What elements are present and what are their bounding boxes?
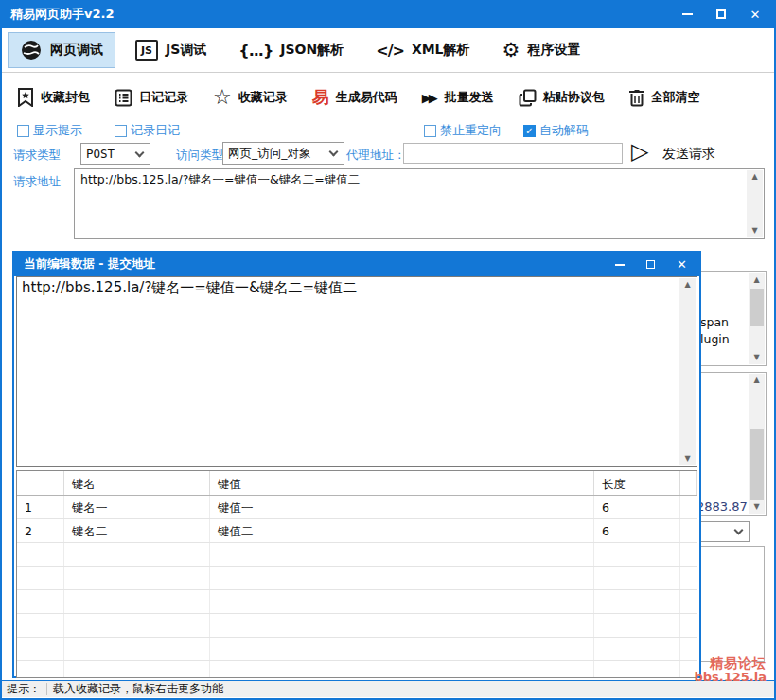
tab-label: JS调试: [166, 42, 206, 59]
table-empty-row: [17, 638, 697, 661]
gear-icon: ⚙: [503, 41, 520, 61]
request-url-label: 请求地址: [13, 174, 61, 190]
checkbox-icon: [424, 125, 436, 137]
bookmark-star-icon: [17, 88, 34, 107]
request-type-label: 请求类型: [13, 148, 61, 164]
dialog-close-button[interactable]: ✕: [666, 253, 697, 276]
tool-label: 批量发送: [445, 89, 494, 106]
diary-log-button[interactable]: 日记记录: [115, 89, 188, 107]
cell-index: 2: [17, 519, 64, 542]
tab-settings[interactable]: ⚙ 程序设置: [490, 32, 593, 68]
scrollbar[interactable]: ▲ ▼: [679, 278, 696, 465]
option-label: 显示提示: [33, 122, 82, 139]
scroll-down-icon[interactable]: ▼: [751, 224, 757, 237]
partial-text-line: span: [700, 315, 729, 329]
tab-label: 网页调试: [50, 42, 103, 59]
list-icon: [115, 89, 132, 107]
xml-code-icon: </>: [376, 42, 404, 60]
table-empty-row: [17, 614, 697, 638]
toolbar: 收藏封包 日记记录 ☆ 收藏记录 易 生成易代码 ▶▶ 批量发送 粘贴协议包 全…: [2, 76, 774, 119]
scroll-thumb[interactable]: [750, 429, 764, 500]
close-button[interactable]: ✕: [738, 0, 772, 28]
table-empty-row: [17, 543, 697, 567]
show-tip-checkbox[interactable]: 显示提示: [17, 122, 82, 139]
tab-xml-parse[interactable]: </> XML解析: [363, 32, 482, 68]
table-row[interactable]: 2 键名二 键值二 6: [17, 519, 697, 543]
tab-label: XML解析: [412, 42, 470, 59]
minimize-button[interactable]: [670, 0, 704, 28]
cell-key-name: 键名一: [64, 496, 210, 518]
double-play-icon: ▶▶: [422, 91, 438, 105]
tab-label: JSON解析: [280, 42, 344, 59]
status-label: 提示：: [2, 681, 46, 697]
option-label: 自动解码: [539, 122, 589, 139]
auto-decode-checkbox[interactable]: ✓ 自动解码: [523, 122, 589, 139]
cell-length: 6: [594, 519, 680, 542]
scroll-up-icon[interactable]: ▲: [753, 374, 759, 387]
no-redirect-checkbox[interactable]: 禁止重定向: [424, 122, 502, 139]
scroll-thumb[interactable]: [750, 289, 764, 326]
send-play-icon[interactable]: ▷: [631, 140, 648, 163]
checkbox-checked-icon: ✓: [523, 125, 536, 137]
scroll-down-icon[interactable]: ▼: [753, 351, 759, 364]
cell-key-value: 键值一: [210, 496, 594, 518]
favorite-packet-button[interactable]: 收藏封包: [17, 88, 90, 107]
dialog-url-textarea[interactable]: http://bbs.125.la/?键名一=键值一&键名二=键值二 ▲ ▼: [16, 276, 697, 467]
tab-web-debug[interactable]: 网页调试: [8, 32, 115, 68]
tool-label: 生成易代码: [336, 89, 397, 106]
header-length: 长度: [594, 471, 680, 495]
scroll-down-icon[interactable]: ▼: [753, 500, 759, 514]
minimize-icon: [615, 264, 625, 266]
cell-key-name: 键名二: [64, 519, 210, 542]
send-request-button[interactable]: 发送请求: [662, 146, 715, 163]
js-icon: JS: [135, 40, 158, 61]
batch-send-button[interactable]: ▶▶ 批量发送: [422, 89, 494, 106]
watermark-line2: bbs.125.la: [694, 671, 767, 684]
scrollbar[interactable]: ▲ ▼: [749, 273, 765, 364]
scroll-up-icon[interactable]: ▲: [751, 170, 757, 184]
tab-json-parse[interactable]: {...} JSON解析: [226, 32, 356, 68]
log-diary-checkbox[interactable]: 记录日记: [115, 122, 180, 139]
scrollbar[interactable]: ▲ ▼: [747, 170, 763, 237]
header-key-value: 键值: [210, 471, 594, 495]
table-empty-row: [17, 661, 697, 678]
status-bar: 提示： 载入收藏记录，鼠标右击更多功能: [2, 680, 774, 697]
scroll-up-icon[interactable]: ▲: [684, 278, 690, 291]
dialog-titlebar: 当前编辑数据 - 提交地址 ✕: [14, 253, 699, 276]
generate-code-button[interactable]: 易 生成易代码: [312, 86, 397, 109]
tool-label: 粘贴协议包: [543, 89, 605, 106]
access-type-select[interactable]: 网页_访问_对象: [222, 142, 344, 165]
chevron-down-icon: [329, 148, 339, 157]
access-type-label: 访问类型: [176, 148, 223, 164]
scrollbar[interactable]: ▲ ▼: [749, 374, 765, 514]
proxy-address-input[interactable]: [403, 143, 623, 164]
dialog-title: 当前编辑数据 - 提交地址: [14, 256, 155, 272]
status-divider: [46, 683, 47, 695]
dialog-minimize-button[interactable]: [604, 253, 635, 276]
header-index: [17, 471, 64, 495]
status-text: 载入收藏记录，鼠标右击更多功能: [53, 681, 223, 697]
dialog-maximize-button[interactable]: [635, 253, 666, 276]
scroll-down-icon[interactable]: ▼: [684, 452, 690, 465]
request-url-text: http://bbs.125.la/?键名一=键值一&键名二=键值二: [75, 169, 764, 191]
favorite-record-button[interactable]: ☆ 收藏记录: [213, 87, 288, 108]
option-label: 记录日记: [131, 122, 180, 139]
yi-character-icon: 易: [312, 86, 329, 109]
table-row[interactable]: 1 键名一 键值一 6: [17, 496, 697, 519]
globe-icon: [20, 39, 43, 61]
access-type-value: 网页_访问_对象: [223, 146, 326, 162]
scroll-up-icon[interactable]: ▲: [753, 273, 759, 287]
clear-all-button[interactable]: 全部清空: [629, 89, 700, 107]
request-type-select[interactable]: POST: [80, 143, 150, 165]
paste-protocol-button[interactable]: 粘贴协议包: [519, 89, 605, 107]
json-braces-icon: {...}: [238, 42, 273, 60]
tab-js-debug[interactable]: JS JS调试: [123, 32, 219, 68]
request-url-textarea[interactable]: http://bbs.125.la/?键名一=键值一&键名二=键值二 ▲ ▼: [74, 168, 765, 239]
proxy-address-label: 代理地址：: [346, 148, 406, 164]
table-empty-row: [17, 567, 697, 590]
forum-watermark: 精易论坛 bbs.125.la: [694, 656, 767, 685]
tool-label: 收藏记录: [238, 89, 288, 106]
minimize-icon: [682, 13, 693, 15]
edit-data-dialog: 当前编辑数据 - 提交地址 ✕ http://bbs.125.la/?键名一=键…: [12, 251, 701, 678]
maximize-button[interactable]: [704, 0, 738, 28]
